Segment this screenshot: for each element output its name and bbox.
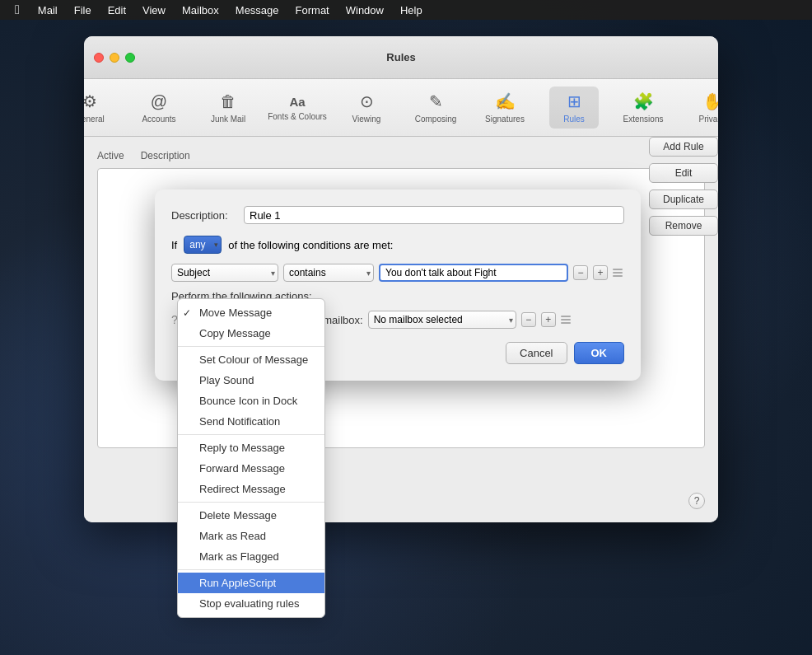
titlebar: Rules xyxy=(84,36,718,79)
format-menu[interactable]: Format xyxy=(289,0,336,20)
add-rule-button[interactable]: Add Rule xyxy=(649,137,718,157)
signatures-icon: ✍ xyxy=(495,91,516,111)
mail-menu[interactable]: Mail xyxy=(31,0,64,20)
description-input[interactable] xyxy=(244,206,624,224)
toolbar-privacy-label: Privacy xyxy=(699,115,718,124)
remove-condition-button[interactable]: − xyxy=(573,265,588,280)
menu-separator-4 xyxy=(178,569,324,570)
toolbar-composing[interactable]: ✎ Composing xyxy=(411,87,460,129)
toolbar-extensions-label: Extensions xyxy=(623,115,664,124)
menu-item-stop-evaluating[interactable]: Stop evaluating rules xyxy=(178,593,324,614)
menubar:  Mail File Edit View Mailbox Message Fo… xyxy=(0,0,812,20)
extensions-icon: 🧩 xyxy=(633,91,654,111)
action-drag-handle[interactable] xyxy=(561,314,572,325)
add-action-button[interactable]: + xyxy=(541,312,556,327)
any-dropdown-wrapper: any all xyxy=(184,236,222,254)
help-button[interactable]: ? xyxy=(688,493,705,509)
toolbar-junk-label: Junk Mail xyxy=(211,115,245,124)
menu-item-set-colour-label: Set Colour of Message xyxy=(199,353,308,366)
menu-item-move-message[interactable]: ✓ Move Message xyxy=(178,302,324,323)
menu-item-mark-as-read[interactable]: Mark as Read xyxy=(178,526,324,546)
toolbar-rules-label: Rules xyxy=(563,115,585,124)
toolbar-general-label: General xyxy=(84,115,105,124)
menu-item-copy-message[interactable]: Copy Message xyxy=(178,323,324,344)
active-column-header: Active xyxy=(97,150,124,161)
menu-item-set-colour[interactable]: Set Colour of Message xyxy=(178,349,324,370)
junk-icon: 🗑 xyxy=(220,92,236,111)
maximize-button[interactable] xyxy=(125,53,135,63)
action-dropdown-menu: ✓ Move Message Copy Message Set Colour o… xyxy=(177,298,325,618)
menu-item-delete-message[interactable]: Delete Message xyxy=(178,505,324,526)
toolbar-viewing[interactable]: ⊙ Viewing xyxy=(342,87,391,129)
conditions-header-row: If any all of the following conditions a… xyxy=(171,236,624,254)
traffic-lights xyxy=(94,53,135,63)
menu-item-send-notification-label: Send Notification xyxy=(199,415,280,428)
operator-select[interactable]: contains does not contain begins with xyxy=(283,264,374,282)
conditions-suffix: of the following conditions are met: xyxy=(228,239,393,251)
remove-button[interactable]: Remove xyxy=(649,216,718,236)
menu-item-redirect-message[interactable]: Redirect Message xyxy=(178,479,324,499)
menu-item-mark-read-label: Mark as Read xyxy=(199,530,266,542)
description-label: Description: xyxy=(171,209,237,222)
toolbar-signatures-label: Signatures xyxy=(485,115,525,124)
menu-separator-3 xyxy=(178,502,324,503)
edit-menu[interactable]: Edit xyxy=(101,0,133,20)
menu-item-bounce-label: Bounce Icon in Dock xyxy=(199,395,297,407)
toolbar-privacy[interactable]: ✋ Privacy xyxy=(688,87,718,129)
view-menu[interactable]: View xyxy=(136,0,172,20)
menu-item-bounce-icon[interactable]: Bounce Icon in Dock xyxy=(178,391,324,411)
close-button[interactable] xyxy=(94,53,104,63)
at-icon: @ xyxy=(151,92,167,111)
minimize-button[interactable] xyxy=(110,53,119,63)
if-label: If xyxy=(171,239,177,251)
toolbar-junk[interactable]: 🗑 Junk Mail xyxy=(203,87,253,129)
toolbar-rules[interactable]: ⊞ Rules xyxy=(549,87,599,129)
ok-button[interactable]: OK xyxy=(574,342,625,364)
field-select[interactable]: Subject From To xyxy=(171,264,278,282)
rules-action-buttons: Add Rule Edit Duplicate Remove xyxy=(649,137,718,236)
menu-item-mark-as-flagged[interactable]: Mark as Flagged xyxy=(178,546,324,567)
help-menu[interactable]: Help xyxy=(394,0,429,20)
toolbar-fonts[interactable]: Aa Fonts & Colours xyxy=(273,90,322,126)
toolbar-viewing-label: Viewing xyxy=(352,115,381,124)
menu-item-applescript-label: Run AppleScript xyxy=(199,577,276,589)
menu-item-forward-message[interactable]: Forward Message xyxy=(178,458,324,479)
gear-icon: ⚙ xyxy=(84,91,97,111)
menu-item-delete-label: Delete Message xyxy=(199,509,277,522)
toolbar-extensions[interactable]: 🧩 Extensions xyxy=(618,87,668,129)
rules-icon: ⊞ xyxy=(567,91,581,111)
mailbox-select-wrapper: No mailbox selected ▾ xyxy=(368,311,516,329)
menu-item-send-notification[interactable]: Send Notification xyxy=(178,411,324,432)
menu-item-run-applescript[interactable]: Run AppleScript xyxy=(178,573,324,593)
menu-item-play-sound[interactable]: Play Sound xyxy=(178,370,324,391)
apple-menu[interactable]:  xyxy=(7,0,28,20)
menu-item-move-label: Move Message xyxy=(199,306,272,319)
toolbar-accounts[interactable]: @ Accounts xyxy=(134,87,184,129)
condition-row: Subject From To contains does not contai… xyxy=(171,264,624,282)
file-menu[interactable]: File xyxy=(68,0,98,20)
menu-item-reply-message[interactable]: Reply to Message xyxy=(178,437,324,458)
cancel-button[interactable]: Cancel xyxy=(506,342,567,364)
duplicate-button[interactable]: Duplicate xyxy=(649,189,718,209)
remove-action-button[interactable]: − xyxy=(521,312,536,327)
menu-item-redirect-label: Redirect Message xyxy=(199,483,286,495)
viewing-icon: ⊙ xyxy=(360,91,374,111)
toolbar-general[interactable]: ⚙ General xyxy=(84,87,114,129)
checkmark-icon: ✓ xyxy=(183,307,194,319)
edit-button[interactable]: Edit xyxy=(649,163,718,183)
toolbar-accounts-label: Accounts xyxy=(142,115,175,124)
mailbox-select[interactable]: No mailbox selected xyxy=(368,311,516,329)
message-menu[interactable]: Message xyxy=(229,0,286,20)
menu-item-play-sound-label: Play Sound xyxy=(199,374,254,386)
add-condition-button[interactable]: + xyxy=(593,265,608,280)
menu-separator-2 xyxy=(178,434,324,435)
window-menu[interactable]: Window xyxy=(339,0,390,20)
privacy-icon: ✋ xyxy=(702,91,719,111)
any-dropdown[interactable]: any all xyxy=(184,236,222,254)
description-column-header: Description xyxy=(141,150,190,161)
condition-value-input[interactable] xyxy=(379,264,568,282)
toolbar-signatures[interactable]: ✍ Signatures xyxy=(480,87,530,129)
mailbox-menu[interactable]: Mailbox xyxy=(175,0,226,20)
field-select-wrapper: Subject From To xyxy=(171,264,278,282)
condition-drag-handle[interactable] xyxy=(613,267,624,278)
